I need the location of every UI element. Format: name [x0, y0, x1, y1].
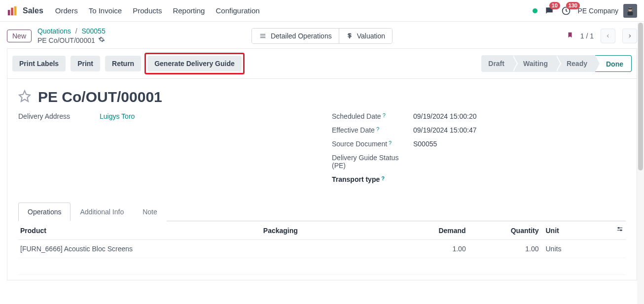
- tab-operations[interactable]: Operations: [18, 203, 71, 221]
- source-document-value: S00055: [413, 140, 437, 148]
- adjust-columns-icon[interactable]: [616, 227, 624, 235]
- detailed-operations-label: Detailed Operations: [271, 32, 332, 40]
- svg-rect-1: [11, 7, 13, 15]
- scheduled-date-value: 09/19/2024 15:00:20: [413, 112, 476, 120]
- effective-date-label: Effective Date?: [332, 126, 413, 134]
- return-button[interactable]: Return: [105, 56, 141, 71]
- cell-product[interactable]: [FURN_6666] Acoustic Bloc Screens: [18, 240, 261, 258]
- generate-delivery-guide-button[interactable]: Generate Delivery Guide: [147, 56, 242, 71]
- svg-rect-6: [628, 11, 633, 15]
- messaging-badge: 10: [549, 2, 560, 9]
- cell-packaging[interactable]: [261, 240, 395, 258]
- source-document-label: Source Document?: [332, 140, 413, 148]
- breadcrumb: Quotations / S00055: [37, 27, 106, 35]
- col-product[interactable]: Product: [18, 221, 261, 240]
- cell-quantity[interactable]: 1.00: [468, 240, 541, 258]
- scrollbar[interactable]: [637, 23, 644, 304]
- favorite-star-icon[interactable]: [18, 90, 31, 104]
- print-labels-button[interactable]: Print Labels: [12, 56, 66, 71]
- scheduled-date-label: Scheduled Date?: [332, 112, 413, 120]
- new-button[interactable]: New: [7, 30, 32, 42]
- svg-point-12: [618, 227, 619, 228]
- effective-date-value: 09/19/2024 15:00:47: [413, 126, 476, 134]
- messaging-icon[interactable]: 10: [544, 6, 554, 16]
- table-row[interactable]: [FURN_6666] Acoustic Bloc Screens 1.00 1…: [18, 240, 626, 258]
- svg-point-14: [620, 230, 621, 231]
- help-icon[interactable]: ?: [389, 140, 392, 146]
- nav-to-invoice[interactable]: To Invoice: [89, 6, 122, 15]
- highlight-annotation: Generate Delivery Guide: [144, 53, 245, 74]
- cell-unit[interactable]: Units: [541, 240, 602, 258]
- user-avatar[interactable]: [623, 4, 637, 18]
- gear-icon[interactable]: [98, 36, 105, 45]
- nav-products[interactable]: Products: [133, 6, 162, 15]
- status-pipeline: Draft Waiting Ready Done: [481, 55, 632, 72]
- help-icon[interactable]: ?: [381, 175, 385, 181]
- delivery-address-value[interactable]: Luigys Toro: [100, 112, 135, 120]
- col-packaging[interactable]: Packaging: [261, 221, 395, 240]
- stage-draft[interactable]: Draft: [481, 55, 512, 72]
- pager-prev-button[interactable]: [601, 29, 615, 43]
- app-brand[interactable]: Sales: [23, 6, 43, 15]
- stage-waiting[interactable]: Waiting: [512, 55, 556, 72]
- svg-rect-7: [628, 8, 632, 9]
- col-demand[interactable]: Demand: [395, 221, 468, 240]
- transport-type-label: Transport type?: [332, 175, 413, 183]
- nav-orders[interactable]: Orders: [55, 6, 78, 15]
- tab-additional-info[interactable]: Additional Info: [71, 203, 133, 221]
- cell-demand[interactable]: 1.00: [395, 240, 468, 258]
- company-switcher[interactable]: PE Company: [578, 7, 618, 15]
- stage-ready[interactable]: Ready: [556, 55, 595, 72]
- valuation-button[interactable]: Valuation: [339, 29, 392, 43]
- bookmark-icon[interactable]: [567, 31, 573, 41]
- breadcrumb-current: PE Co/OUT/00001: [37, 36, 95, 45]
- app-logo[interactable]: [7, 5, 18, 16]
- detailed-operations-button[interactable]: Detailed Operations: [252, 29, 339, 43]
- svg-rect-0: [8, 10, 10, 15]
- svg-rect-2: [14, 6, 17, 15]
- tab-note[interactable]: Note: [133, 203, 167, 221]
- stage-done[interactable]: Done: [595, 55, 632, 72]
- col-unit[interactable]: Unit: [541, 221, 602, 240]
- nav-reporting[interactable]: Reporting: [173, 6, 205, 15]
- breadcrumb-quotations[interactable]: Quotations: [37, 27, 71, 35]
- presence-indicator: [533, 8, 537, 13]
- print-button[interactable]: Print: [71, 56, 100, 71]
- help-icon[interactable]: ?: [376, 126, 379, 132]
- valuation-label: Valuation: [357, 32, 385, 40]
- nav-configuration[interactable]: Configuration: [215, 6, 259, 15]
- help-icon[interactable]: ?: [383, 112, 386, 118]
- record-title: PE Co/OUT/00001: [38, 89, 162, 105]
- col-quantity[interactable]: Quantity: [468, 221, 541, 240]
- delivery-guide-status-label: Delivery Guide Status (PE): [332, 154, 413, 169]
- pager-next-button[interactable]: [622, 29, 637, 43]
- breadcrumb-order[interactable]: S00055: [81, 27, 105, 35]
- delivery-address-label: Delivery Address: [18, 112, 100, 120]
- activities-icon[interactable]: 130: [561, 6, 571, 16]
- activities-badge: 130: [566, 2, 580, 9]
- pager-text: 1 / 1: [580, 32, 594, 40]
